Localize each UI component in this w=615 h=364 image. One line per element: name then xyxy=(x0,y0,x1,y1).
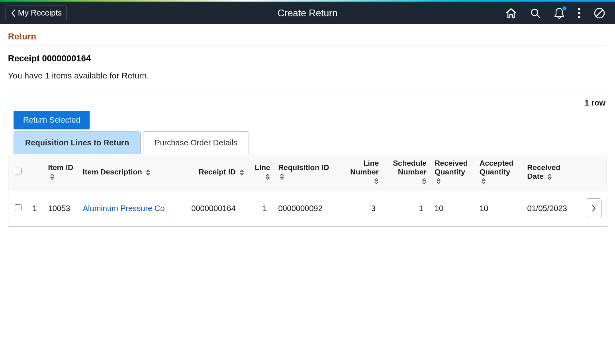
line-header[interactable]: Line xyxy=(248,154,274,190)
schedule-number-header[interactable]: Schedule Number xyxy=(383,154,431,190)
sort-icon xyxy=(239,169,244,176)
compass-icon[interactable] xyxy=(593,7,605,19)
requisition-id-header[interactable]: Requisition ID xyxy=(274,154,339,190)
cell-item-id: 10053 xyxy=(44,190,79,227)
cell-received-date: 01/05/2023 xyxy=(523,190,580,227)
cell-line: 1 xyxy=(248,190,274,227)
accepted-qty-header[interactable]: Accepted Quantity xyxy=(476,154,523,190)
cell-requisition-id: 0000000092 xyxy=(274,190,339,227)
back-button[interactable]: My Receipts xyxy=(6,6,67,20)
search-icon[interactable] xyxy=(530,8,541,19)
table-row: 1 10053 Aluminum Pressure Co 0000000164 … xyxy=(8,190,607,227)
app-header: My Receipts Create Return xyxy=(0,2,615,24)
sort-icon xyxy=(547,173,552,180)
item-description-header[interactable]: Item Description xyxy=(79,154,188,190)
action-header xyxy=(580,154,607,190)
row-checkbox[interactable] xyxy=(15,204,22,211)
receipt-heading: Receipt 0000000164 xyxy=(8,53,607,64)
cell-line-number: 3 xyxy=(339,190,383,227)
sort-icon xyxy=(436,178,441,185)
table-header-row: Item ID Item Description R xyxy=(8,154,607,190)
row-count: 1 row xyxy=(8,98,607,111)
chevron-left-icon xyxy=(11,9,16,17)
sort-icon xyxy=(265,173,270,180)
page-title: Create Return xyxy=(278,8,338,19)
back-label: My Receipts xyxy=(18,8,62,18)
return-selected-button[interactable]: Return Selected xyxy=(14,111,90,129)
sort-icon xyxy=(280,173,284,180)
cell-item-description: Aluminum Pressure Co xyxy=(79,190,188,227)
item-id-header[interactable]: Item ID xyxy=(44,154,79,190)
idx-header xyxy=(27,154,44,190)
sort-icon xyxy=(374,178,379,185)
sort-icon xyxy=(50,173,55,180)
sort-icon xyxy=(146,169,151,176)
svg-point-1 xyxy=(578,8,580,10)
cell-received-qty: 10 xyxy=(431,190,476,227)
receipt-id-header[interactable]: Receipt ID xyxy=(187,154,248,190)
row-details-button[interactable] xyxy=(586,198,602,218)
select-all-checkbox[interactable] xyxy=(15,168,22,174)
cell-receipt-id: 0000000164 xyxy=(187,190,248,227)
line-number-header[interactable]: Line Number xyxy=(339,154,383,190)
row-index: 1 xyxy=(27,190,44,227)
tabs: Requisition Lines to Return Purchase Ord… xyxy=(14,131,607,154)
svg-point-3 xyxy=(578,16,580,18)
data-grid: Item ID Item Description R xyxy=(8,154,607,227)
divider xyxy=(8,94,607,94)
content-area: Return Receipt 0000000164 You have 1 ite… xyxy=(0,24,615,234)
home-icon[interactable] xyxy=(505,8,517,19)
section-title: Return xyxy=(8,31,607,45)
more-icon[interactable] xyxy=(578,8,581,19)
cell-schedule-number: 1 xyxy=(383,190,431,227)
table-area: Return Selected Requisition Lines to Ret… xyxy=(8,111,607,227)
availability-text: You have 1 items available for Return. xyxy=(8,71,607,91)
notification-dot xyxy=(562,6,566,10)
tab-requisition-lines[interactable]: Requisition Lines to Return xyxy=(14,131,141,154)
chevron-right-icon xyxy=(591,204,596,212)
sort-icon xyxy=(422,178,427,185)
sort-icon xyxy=(481,178,486,185)
cell-accepted-qty: 10 xyxy=(476,190,523,227)
select-all-header xyxy=(8,154,27,190)
tab-purchase-order-details[interactable]: Purchase Order Details xyxy=(143,131,249,154)
header-icons xyxy=(505,7,609,19)
notifications-icon[interactable] xyxy=(554,7,565,19)
received-date-header[interactable]: Received Date xyxy=(523,154,580,190)
item-description-link[interactable]: Aluminum Pressure Co xyxy=(83,204,165,213)
received-qty-header[interactable]: Received Quantity xyxy=(431,154,476,190)
svg-point-2 xyxy=(578,12,580,14)
